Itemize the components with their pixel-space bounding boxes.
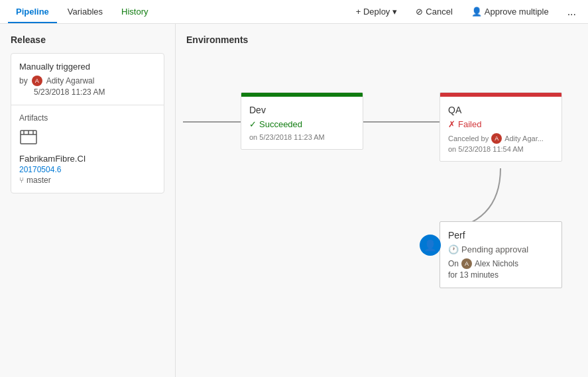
- qa-canceled-date: on 5/23/2018 11:54 AM: [448, 145, 554, 153]
- cancel-label: Cancel: [426, 7, 452, 17]
- dev-status-text: Succeeded: [259, 119, 302, 129]
- top-nav: Pipeline Variables History + Deploy ▾ ⊘ …: [0, 0, 588, 24]
- perf-approval-icon: 👤: [420, 235, 441, 256]
- release-panel-title: Release: [11, 34, 164, 45]
- tab-pipeline[interactable]: Pipeline: [8, 1, 57, 23]
- trigger-by: by A Adity Agarwal: [19, 76, 156, 86]
- approve-multiple-label: Approve multiple: [485, 7, 549, 17]
- qa-status-text: Failed: [458, 119, 481, 129]
- main-content: Release Manually triggered by A Adity Ag…: [0, 24, 588, 377]
- env-card-qa: QA ✗ Failed Canceled by A Adity Agar... …: [440, 92, 562, 162]
- perf-user-name: Alex Nichols: [475, 259, 518, 268]
- perf-on: On A Alex Nichols: [448, 258, 554, 269]
- cancel-button[interactable]: ⊘ Cancel: [412, 4, 456, 19]
- release-trigger: Manually triggered by A Adity Agarwal 5/…: [11, 54, 164, 105]
- more-button[interactable]: ...: [563, 3, 580, 21]
- environments-panel: Environments Dev ✓ Succeeded: [176, 24, 588, 377]
- dev-status: ✓ Succeeded: [249, 119, 355, 129]
- qa-card-body: QA ✗ Failed Canceled by A Adity Agar... …: [440, 97, 561, 161]
- perf-card-body: Perf 🕐 Pending approval On A Alex Nichol…: [440, 222, 561, 288]
- dev-name: Dev: [249, 105, 355, 115]
- tab-variables[interactable]: Variables: [60, 1, 111, 23]
- artifact-name: FabrikamFibre.CI: [19, 154, 156, 164]
- person-icon: 👤: [471, 7, 482, 17]
- dev-card-body: Dev ✓ Succeeded on 5/23/2018 11:23 AM: [241, 97, 363, 149]
- perf-status: 🕐 Pending approval: [448, 244, 554, 254]
- release-panel: Release Manually triggered by A Adity Ag…: [0, 24, 176, 377]
- qa-name: QA: [448, 105, 554, 115]
- clock-icon: 🕐: [448, 244, 459, 254]
- artifacts-section: Artifacts FabrikamFibre.CI 20170504: [11, 105, 164, 193]
- x-icon: ✗: [448, 119, 455, 129]
- trigger-label: Manually triggered: [19, 62, 156, 72]
- dev-date: on 5/23/2018 11:23 AM: [249, 133, 355, 141]
- tab-history[interactable]: History: [113, 1, 156, 23]
- by-prefix: by: [19, 76, 28, 85]
- env-cards-container: Dev ✓ Succeeded on 5/23/2018 11:23 AM QA…: [186, 56, 577, 354]
- deploy-label: + Deploy: [356, 7, 390, 17]
- artifact-item: FabrikamFibre.CI 20170504.6 ⑂ master: [19, 128, 156, 185]
- artifacts-label: Artifacts: [19, 113, 156, 123]
- branch-icon: ⑂: [19, 176, 24, 185]
- perf-duration: for 13 minutes: [448, 270, 554, 280]
- trigger-date: 5/23/2018 11:23 AM: [34, 87, 156, 97]
- canceled-label: Canceled by: [448, 135, 489, 142]
- nav-actions: + Deploy ▾ ⊘ Cancel 👤 Approve multiple .…: [352, 3, 580, 21]
- env-card-dev: Dev ✓ Succeeded on 5/23/2018 11:23 AM: [241, 92, 363, 150]
- perf-user-avatar: A: [461, 258, 472, 269]
- check-icon: ✓: [249, 119, 257, 129]
- cancel-icon: ⊘: [416, 7, 423, 17]
- artifact-icon: [19, 128, 156, 150]
- perf-status-text: Pending approval: [461, 244, 528, 254]
- on-label: On: [448, 259, 459, 268]
- chevron-down-icon: ▾: [392, 7, 397, 17]
- person-approval-icon: 👤: [424, 239, 437, 252]
- env-card-perf: Perf 🕐 Pending approval On A Alex Nichol…: [440, 221, 562, 288]
- approve-multiple-button[interactable]: 👤 Approve multiple: [467, 4, 553, 19]
- trigger-avatar: A: [32, 76, 42, 86]
- release-card: Manually triggered by A Adity Agarwal 5/…: [11, 53, 164, 193]
- canceled-avatar: A: [491, 133, 502, 144]
- artifact-version[interactable]: 20170504.6: [19, 165, 156, 174]
- branch-name: master: [27, 176, 51, 185]
- qa-canceled-by: Canceled by A Adity Agar...: [448, 133, 554, 144]
- environments-title: Environments: [186, 34, 577, 45]
- artifact-branch: ⑂ master: [19, 176, 156, 185]
- canceled-name: Adity Agar...: [504, 135, 544, 142]
- perf-name: Perf: [448, 230, 554, 241]
- trigger-by-name: Adity Agarwal: [46, 76, 95, 85]
- deploy-button[interactable]: + Deploy ▾: [352, 4, 402, 19]
- qa-status: ✗ Failed: [448, 119, 554, 129]
